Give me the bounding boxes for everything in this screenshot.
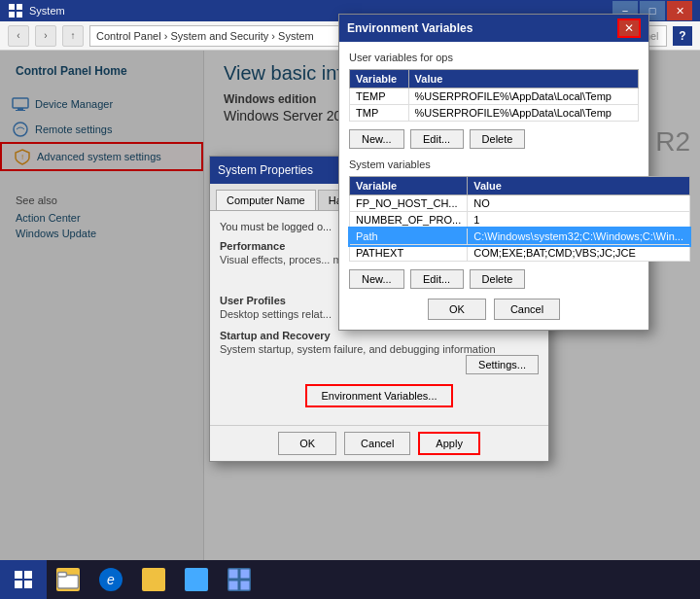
- taskbar-item-network[interactable]: [175, 560, 218, 599]
- user-var-col-value: Value: [408, 70, 638, 88]
- tab-computer-name[interactable]: Computer Name: [216, 190, 316, 210]
- env-btn-container: Environment Variables...: [220, 384, 539, 407]
- table-row-selected[interactable]: Path C:\Windows\system32;C:\Windows;C:\W…: [350, 229, 690, 245]
- sys-cancel-button[interactable]: Cancel: [344, 432, 410, 455]
- env-title-text: Environment Variables: [347, 21, 617, 35]
- user-vars-label: User variables for ops: [349, 52, 639, 63]
- startup-settings-button[interactable]: Settings...: [466, 355, 539, 374]
- svg-rect-10: [24, 571, 32, 579]
- env-ok-button[interactable]: OK: [428, 299, 486, 320]
- sys-var-numproc-value: 1: [468, 212, 690, 229]
- sys-edit-button[interactable]: Edit...: [410, 269, 464, 289]
- env-cancel-button[interactable]: Cancel: [494, 299, 560, 320]
- sys-apply-button[interactable]: Apply: [418, 432, 480, 455]
- taskbar-item-explorer[interactable]: [47, 560, 89, 599]
- user-var-tmp-value: %USERPROFILE%\AppData\Local\Temp: [408, 105, 638, 122]
- taskbar: e: [0, 560, 700, 599]
- sys-var-path-name: Path: [350, 229, 468, 245]
- svg-rect-18: [241, 581, 250, 590]
- user-vars-buttons: New... Edit... Delete: [349, 129, 639, 149]
- user-var-col-variable: Variable: [350, 70, 409, 88]
- svg-rect-3: [17, 12, 22, 18]
- svg-rect-1: [17, 4, 22, 10]
- breadcrumb-text: Control Panel › System and Security › Sy…: [96, 30, 314, 42]
- folder-icon: [142, 568, 165, 591]
- ie-icon: e: [99, 568, 122, 591]
- env-title-bar: Environment Variables ✕: [339, 15, 648, 42]
- forward-button[interactable]: ›: [35, 25, 56, 47]
- window-icon: [8, 3, 23, 18]
- sys-var-numproc-name: NUMBER_OF_PRO...: [350, 212, 468, 229]
- env-dialog-buttons: OK Cancel: [349, 299, 639, 320]
- up-button[interactable]: ↑: [62, 25, 84, 47]
- svg-rect-12: [24, 581, 32, 588]
- svg-rect-17: [229, 581, 238, 590]
- user-new-button[interactable]: New...: [349, 129, 404, 149]
- sys-delete-button[interactable]: Delete: [470, 269, 526, 289]
- sys-var-fp-value: NO: [468, 195, 690, 212]
- environment-variables-dialog: Environment Variables ✕ User variables f…: [338, 14, 649, 331]
- start-button[interactable]: [0, 560, 47, 599]
- svg-rect-14: [58, 573, 67, 578]
- ie-text: e: [107, 572, 115, 587]
- table-row[interactable]: TEMP %USERPROFILE%\AppData\Local\Temp: [350, 88, 639, 105]
- env-body: User variables for ops Variable Value TE…: [339, 42, 648, 330]
- table-row[interactable]: FP_NO_HOST_CH... NO: [350, 195, 690, 212]
- user-var-tmp-name: TMP: [350, 105, 409, 122]
- user-var-temp-value: %USERPROFILE%\AppData\Local\Temp: [408, 88, 638, 105]
- svg-rect-9: [15, 571, 22, 579]
- taskbar-item-folder[interactable]: [132, 560, 175, 599]
- table-row[interactable]: NUMBER_OF_PRO... 1: [350, 212, 690, 229]
- environment-variables-button[interactable]: Environment Variables...: [305, 384, 452, 407]
- startup-label: Startup and Recovery: [220, 330, 539, 341]
- back-button[interactable]: ‹: [8, 25, 29, 47]
- taskbar-item-ie[interactable]: e: [89, 560, 132, 599]
- help-icon: ?: [679, 29, 685, 43]
- svg-rect-11: [15, 581, 22, 588]
- windows-logo-icon: [14, 570, 33, 589]
- sys-var-pathext-value: COM;EXE;BAT;CMD;VBS;JC;JCE: [468, 245, 690, 262]
- help-button[interactable]: ?: [673, 26, 692, 46]
- user-edit-button[interactable]: Edit...: [410, 129, 464, 149]
- startup-desc: System startup, system failure, and debu…: [220, 343, 539, 355]
- sys-var-path-value: C:\Windows\system32;C:\Windows;C:\Win...: [468, 229, 690, 245]
- svg-rect-0: [9, 4, 15, 10]
- control-panel-icon: [228, 568, 251, 591]
- svg-rect-2: [9, 12, 15, 18]
- system-vars-table: Variable Value FP_NO_HOST_CH... NO NUMBE…: [349, 176, 690, 262]
- sys-var-col-value: Value: [468, 177, 690, 195]
- explorer-icon: [56, 568, 80, 591]
- startup-section: Startup and Recovery System startup, sys…: [220, 330, 539, 374]
- sys-vars-buttons: New... Edit... Delete: [349, 269, 639, 289]
- table-row[interactable]: PATHEXT COM;EXE;BAT;CMD;VBS;JC;JCE: [350, 245, 690, 262]
- table-row[interactable]: TMP %USERPROFILE%\AppData\Local\Temp: [350, 105, 639, 122]
- sys-var-col-variable: Variable: [350, 177, 468, 195]
- network-icon: [185, 568, 208, 591]
- user-vars-table: Variable Value TEMP %USERPROFILE%\AppDat…: [349, 69, 639, 122]
- sys-bottom-buttons: OK Cancel Apply: [210, 425, 548, 461]
- close-button[interactable]: ✕: [667, 1, 692, 20]
- sys-ok-button[interactable]: OK: [278, 432, 336, 455]
- user-delete-button[interactable]: Delete: [470, 129, 526, 149]
- svg-rect-16: [241, 570, 250, 579]
- taskbar-items: e: [47, 560, 261, 599]
- env-close-button[interactable]: ✕: [617, 18, 641, 38]
- svg-rect-15: [229, 570, 238, 579]
- sys-var-fp-name: FP_NO_HOST_CH...: [350, 195, 468, 212]
- sys-new-button[interactable]: New...: [349, 269, 404, 289]
- sys-vars-label: System variables: [349, 159, 639, 170]
- taskbar-item-control-panel[interactable]: [218, 560, 261, 599]
- sys-var-pathext-name: PATHEXT: [350, 245, 468, 262]
- user-var-temp-name: TEMP: [350, 88, 409, 105]
